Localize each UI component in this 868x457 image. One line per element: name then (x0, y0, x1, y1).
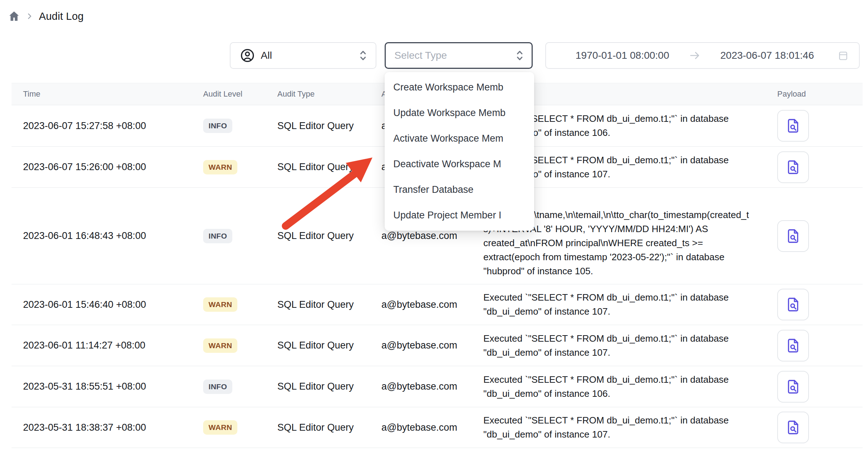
audit-level-badge: WARN (203, 338, 237, 353)
table-row-partial (12, 448, 863, 457)
page-title: Audit Log (39, 10, 84, 22)
audit-type: SQL Editor Query (269, 120, 374, 132)
audit-type: SQL Editor Query (269, 340, 374, 351)
chevron-right-icon (25, 12, 34, 21)
payload-button[interactable] (777, 289, 809, 320)
type-filter-select[interactable]: Select Type (385, 42, 533, 69)
audit-time: 2023-06-01 11:14:27 +08:00 (12, 340, 192, 351)
file-search-icon (785, 337, 801, 354)
table-row: 2023-05-31 18:38:37 +08:00 WARN SQL Edit… (12, 407, 863, 448)
audit-time: 2023-05-31 18:55:51 +08:00 (12, 381, 192, 392)
dropdown-item-update-workspace-member[interactable]: Update Workspace Memb (385, 100, 534, 126)
audit-comment: Executed `"SELECT * FROM db_ui_demo.t1;"… (476, 283, 770, 326)
actor-filter-select[interactable]: All (230, 42, 376, 69)
payload-button[interactable] (777, 220, 809, 252)
audit-type: SQL Editor Query (269, 161, 374, 173)
chevrons-up-down-icon (514, 49, 525, 62)
audit-time: 2023-06-07 15:27:58 +08:00 (12, 120, 192, 132)
date-range-start[interactable]: 1970-01-01 08:00:00 (556, 50, 689, 61)
calendar-icon[interactable] (837, 50, 849, 61)
table-row: 2023-06-01 15:46:40 +08:00 WARN SQL Edit… (12, 284, 863, 325)
payload-button[interactable] (777, 151, 809, 183)
payload-button[interactable] (777, 412, 809, 443)
breadcrumb: Audit Log (8, 10, 84, 22)
table-row: 2023-05-31 18:55:51 +08:00 INFO SQL Edit… (12, 366, 863, 407)
type-filter-dropdown: Create Workspace Memb Update Workspace M… (385, 72, 534, 231)
file-search-icon (785, 419, 801, 436)
audit-time: 2023-06-01 16:48:43 +08:00 (12, 230, 192, 241)
audit-actor: a@bytebase.com (374, 299, 476, 310)
audit-type: SQL Editor Query (269, 299, 374, 310)
file-search-icon (785, 228, 801, 244)
column-header-audit-type: Audit Type (269, 89, 374, 99)
audit-comment: Executed `"SELECT * FROM db_ui_demo.t1;"… (476, 406, 770, 449)
file-search-icon (785, 378, 801, 395)
payload-button[interactable] (777, 330, 809, 361)
user-circle-icon (240, 48, 255, 63)
type-filter-placeholder: Select Type (394, 50, 447, 61)
audit-level-badge: WARN (203, 420, 237, 435)
audit-type: SQL Editor Query (269, 230, 374, 241)
chevrons-up-down-icon (358, 49, 368, 62)
audit-time: 2023-06-07 15:26:00 +08:00 (12, 161, 192, 173)
dropdown-item-create-workspace-member[interactable]: Create Workspace Memb (385, 75, 534, 100)
file-search-icon (785, 117, 801, 134)
column-header-audit-level: Audit Level (192, 89, 269, 99)
audit-level-badge: INFO (203, 380, 232, 394)
dropdown-item-deactivate-workspace-member[interactable]: Deactivate Workspace M (385, 151, 534, 177)
column-header-payload: Payload (770, 89, 863, 99)
audit-level-badge: INFO (203, 119, 232, 133)
audit-time: 2023-05-31 18:38:37 +08:00 (12, 422, 192, 433)
audit-comment: Executed `"SELECT * FROM db_ui_demo.t1;"… (476, 324, 770, 367)
audit-time: 2023-06-01 15:46:40 +08:00 (12, 299, 192, 310)
audit-actor: a@bytebase.com (374, 422, 476, 433)
table-row: 2023-06-01 11:14:27 +08:00 WARN SQL Edit… (12, 325, 863, 366)
audit-level-badge: WARN (203, 297, 237, 312)
file-search-icon (785, 159, 801, 176)
audit-comment: Executed `"SELECT * FROM db_ui_demo.t1;"… (476, 365, 770, 408)
home-icon[interactable] (8, 10, 20, 22)
column-header-time: Time (12, 89, 192, 99)
date-range-picker[interactable]: 1970-01-01 08:00:00 2023-06-07 18:01:46 (545, 42, 860, 69)
audit-level-badge: INFO (203, 229, 232, 243)
arrow-right-icon (689, 49, 701, 62)
audit-level-badge: WARN (203, 160, 237, 174)
audit-type: SQL Editor Query (269, 381, 374, 392)
audit-actor: a@bytebase.com (374, 381, 476, 392)
payload-button[interactable] (777, 371, 809, 403)
date-range-end[interactable]: 2023-06-07 18:01:46 (701, 50, 833, 61)
audit-actor: a@bytebase.com (374, 340, 476, 351)
audit-actor: a@bytebase.com (374, 230, 476, 241)
dropdown-item-activate-workspace-member[interactable]: Activate Workspace Mem (385, 126, 534, 151)
file-search-icon (785, 296, 801, 313)
dropdown-item-transfer-database[interactable]: Transfer Database (385, 177, 534, 203)
actor-filter-value: All (261, 50, 272, 61)
dropdown-item-update-project-member[interactable]: Update Project Member I (385, 203, 534, 228)
audit-log-page: Audit Log All Select Type 1970-01-01 08:… (0, 0, 868, 457)
payload-button[interactable] (777, 110, 809, 142)
audit-type: SQL Editor Query (269, 422, 374, 433)
